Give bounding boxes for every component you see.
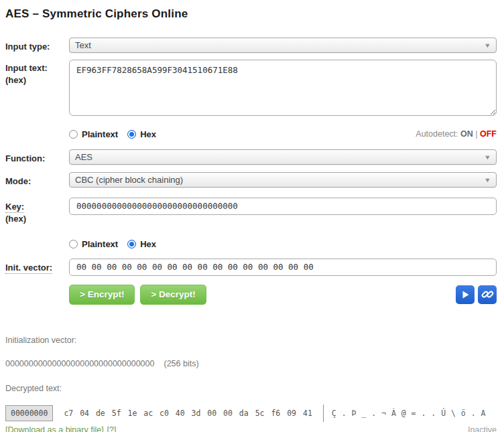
hexdump-divider bbox=[323, 405, 324, 422]
hexdump-offset: 00000000 bbox=[5, 405, 53, 421]
play-icon bbox=[460, 289, 470, 300]
page-title: AES – Symmetric Ciphers Online bbox=[5, 7, 497, 21]
key-format-row: Plaintext Hex bbox=[69, 238, 497, 250]
hexdump-ascii: Ç . Þ _ . ¬ À @ = . . Ú \ ö . A bbox=[332, 409, 486, 418]
input-plaintext-label[interactable]: Plaintext bbox=[82, 129, 118, 139]
iv-result-value: 00000000000000000000000000000000 bbox=[5, 359, 154, 368]
chain-link-icon bbox=[481, 288, 494, 301]
autodetect-off-link[interactable]: OFF bbox=[480, 129, 497, 139]
init-vector-input[interactable] bbox=[69, 259, 497, 276]
key-hex-radio[interactable] bbox=[127, 240, 136, 248]
result-links-row: [Download as a binary file] [?] Inactive bbox=[5, 425, 497, 432]
mode-label: Mode: bbox=[5, 176, 31, 186]
input-plaintext-radio[interactable] bbox=[69, 130, 78, 139]
hexdump-row: 00000000 c7 04 de 5f 1e ac c0 40 3d 00 0… bbox=[5, 405, 497, 422]
iv-heading: Initialization vector: bbox=[5, 335, 497, 346]
status-inactive: Inactive bbox=[468, 425, 497, 432]
chevron-down-icon: ▼ bbox=[484, 177, 491, 184]
key-plaintext-label[interactable]: Plaintext bbox=[82, 239, 118, 249]
actions-row: > Encrypt! > Decrypt! bbox=[69, 285, 497, 305]
input-text-row: Input text: (hex) EF963FF7828658A599F304… bbox=[5, 60, 497, 119]
input-type-select[interactable]: Text ▼ bbox=[69, 38, 497, 53]
init-vector-label: Init. vector: bbox=[5, 263, 52, 274]
key-hex-note: (hex) bbox=[5, 213, 69, 225]
autodetect-separator: | bbox=[475, 129, 477, 139]
key-hex-label[interactable]: Hex bbox=[140, 239, 156, 249]
autodetect-control: Autodetect: ON | OFF bbox=[416, 129, 497, 139]
tool-buttons bbox=[456, 285, 497, 304]
decrypted-heading: Decrypted text: bbox=[5, 383, 497, 394]
key-label: Key: bbox=[5, 202, 24, 213]
encrypt-button[interactable]: > Encrypt! bbox=[69, 285, 135, 305]
chevron-down-icon: ▼ bbox=[484, 42, 491, 49]
input-hex-label[interactable]: Hex bbox=[140, 129, 156, 139]
input-format-row: Plaintext Hex Autodetect: ON | OFF bbox=[69, 128, 497, 140]
autodetect-on-link[interactable]: ON bbox=[460, 129, 473, 139]
function-value: AES bbox=[75, 152, 92, 162]
permalink-button[interactable] bbox=[478, 285, 497, 304]
autodetect-label: Autodetect: bbox=[416, 129, 458, 139]
input-type-label: Input type: bbox=[5, 42, 50, 52]
decrypt-button[interactable]: > Decrypt! bbox=[140, 285, 206, 305]
input-hex-radio[interactable] bbox=[127, 130, 136, 139]
input-text-hex-note: (hex) bbox=[5, 74, 69, 86]
function-row: Function: AES ▼ bbox=[5, 149, 497, 165]
mode-row: Mode: CBC (cipher block chaining) ▼ bbox=[5, 172, 497, 188]
input-type-row: Input type: Text ▼ bbox=[5, 38, 497, 53]
download-binary-link[interactable]: [Download as a binary file] bbox=[5, 425, 104, 432]
iv-result-line: 00000000000000000000000000000000(256 bit… bbox=[5, 358, 497, 369]
run-button[interactable] bbox=[456, 285, 475, 304]
hexdump-bytes: c7 04 de 5f 1e ac c0 40 3d 00 00 da 5c f… bbox=[64, 409, 312, 418]
key-row: Key: (hex) bbox=[5, 198, 497, 225]
input-type-value: Text bbox=[75, 40, 91, 50]
function-select[interactable]: AES ▼ bbox=[69, 149, 497, 165]
function-label: Function: bbox=[5, 153, 45, 163]
help-link[interactable]: [?] bbox=[107, 425, 117, 432]
mode-value: CBC (cipher block chaining) bbox=[75, 175, 183, 185]
mode-select[interactable]: CBC (cipher block chaining) ▼ bbox=[69, 172, 497, 188]
init-vector-row: Init. vector: bbox=[5, 259, 497, 276]
chevron-down-icon: ▼ bbox=[484, 154, 491, 161]
key-plaintext-radio[interactable] bbox=[69, 240, 78, 248]
input-text-label: Input text: bbox=[5, 62, 69, 74]
input-text-area[interactable]: EF963FF7828658A599F3041510671E88 bbox=[69, 60, 497, 116]
key-input[interactable] bbox=[69, 198, 497, 215]
iv-result-bits: (256 bits) bbox=[164, 359, 198, 368]
